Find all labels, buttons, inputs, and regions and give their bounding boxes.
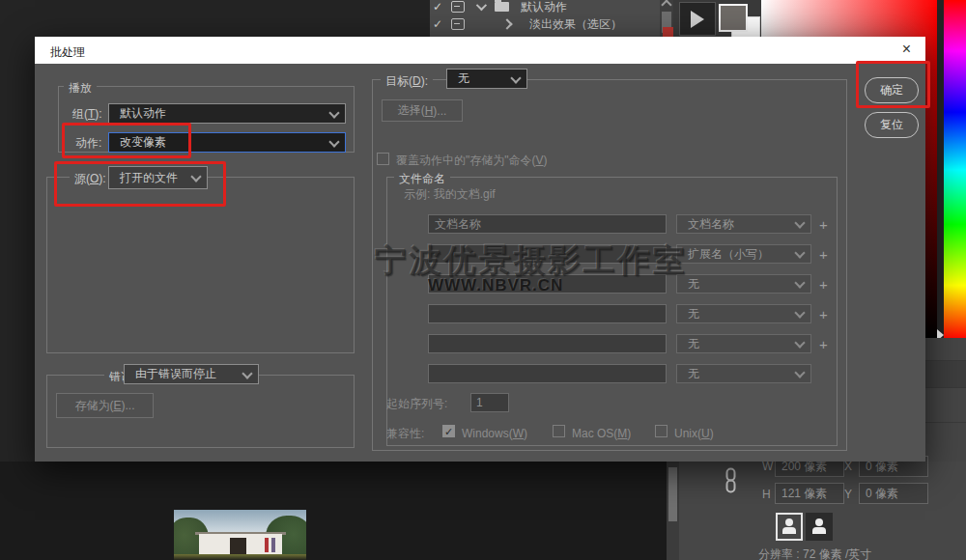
naming-select-3[interactable]: 无 bbox=[676, 274, 811, 294]
close-icon[interactable]: × bbox=[898, 41, 915, 58]
x-label: X bbox=[844, 460, 852, 473]
scrollbar-thumb[interactable] bbox=[668, 467, 677, 521]
naming-select-4-value: 无 bbox=[688, 306, 699, 322]
naming-select-5-value: 无 bbox=[688, 336, 699, 352]
panel-divider bbox=[921, 422, 966, 423]
house-purple-door bbox=[271, 538, 275, 552]
action-item-label[interactable]: 淡出效果（选区） bbox=[529, 18, 622, 30]
house-doorway bbox=[230, 538, 246, 554]
check-icon[interactable]: ✓ bbox=[433, 0, 442, 14]
serial-input[interactable] bbox=[470, 393, 509, 412]
person-icon bbox=[815, 518, 823, 526]
play-action-button[interactable] bbox=[679, 2, 716, 36]
y-field[interactable]: 0 像素 bbox=[859, 483, 928, 504]
chevron-down-icon bbox=[794, 217, 805, 228]
bottom-area: W 200 像素 X 0 像素 H 121 像素 Y 0 像素 分辨率 : 72… bbox=[0, 462, 966, 560]
naming-select-1-value: 文档名称 bbox=[688, 216, 734, 233]
hue-strip[interactable] bbox=[944, 0, 966, 340]
action-row-default-actions[interactable]: ✓ 默认动作 bbox=[430, 0, 673, 15]
compat-macos-checkbox[interactable] bbox=[553, 425, 565, 437]
check-icon[interactable]: ✓ bbox=[433, 17, 442, 31]
chevron-down-icon bbox=[794, 247, 805, 258]
set-select-value: 默认动作 bbox=[120, 105, 166, 122]
orientation-portrait-button[interactable] bbox=[776, 513, 803, 541]
naming-select-6[interactable]: 无 bbox=[676, 364, 811, 383]
override-label[interactable]: 覆盖动作中的"存储为"命令(V) bbox=[396, 154, 548, 166]
panel-scrollbar[interactable] bbox=[667, 462, 679, 560]
chevron-right-icon[interactable] bbox=[501, 18, 512, 29]
compat-windows-checkbox[interactable] bbox=[442, 425, 455, 437]
annotation-box-source bbox=[54, 161, 226, 207]
set-select[interactable]: 默认动作 bbox=[108, 103, 346, 124]
override-checkbox[interactable] bbox=[377, 153, 389, 165]
action-row-fade-effect[interactable]: ✓ 淡出效果（选区） bbox=[430, 14, 673, 33]
save-as-button[interactable]: 存储为(E)... bbox=[56, 393, 154, 418]
error-select-value: 由于错误而停止 bbox=[135, 366, 216, 382]
naming-select-1[interactable]: 文档名称 bbox=[676, 214, 811, 234]
chevron-down-icon bbox=[328, 136, 339, 147]
naming-legend: 文件命名 bbox=[394, 171, 450, 187]
choose-button[interactable]: 选择(H)... bbox=[382, 99, 463, 122]
person-icon bbox=[785, 518, 793, 526]
panel-section-band bbox=[921, 360, 966, 388]
naming-input-4[interactable] bbox=[428, 304, 667, 323]
destination-label: 目标(D): bbox=[381, 73, 433, 90]
compat-unix-label[interactable]: Unix(U) bbox=[674, 428, 714, 439]
compat-unix-checkbox[interactable] bbox=[655, 425, 668, 437]
compat-macos-label[interactable]: Mac OS(M) bbox=[572, 428, 631, 439]
naming-select-2[interactable]: 扩展名（小写） bbox=[676, 244, 811, 264]
naming-input-6[interactable] bbox=[428, 364, 667, 383]
chevron-down-icon bbox=[328, 107, 339, 118]
height-field[interactable]: 121 像素 bbox=[775, 483, 844, 504]
add-token-button-1[interactable]: + bbox=[819, 216, 828, 233]
resolution-text: 分辨率 : 72 像素 /英寸 bbox=[758, 546, 871, 560]
link-chain-icon[interactable] bbox=[724, 467, 737, 496]
chevron-down-icon bbox=[794, 367, 805, 378]
watermark-url: WWW.NBVR.CN bbox=[428, 276, 563, 295]
dialog-toggle-icon[interactable] bbox=[451, 1, 465, 13]
compat-label: 兼容性: bbox=[386, 428, 424, 439]
naming-input-5[interactable] bbox=[428, 334, 667, 353]
naming-select-5[interactable]: 无 bbox=[676, 334, 811, 353]
add-token-button-2[interactable]: + bbox=[819, 246, 828, 263]
naming-select-2-value: 扩展名（小写） bbox=[688, 246, 769, 263]
annotation-box-action bbox=[62, 123, 191, 158]
actions-panel: ✓ 默认动作 ✓ 淡出效果（选区） bbox=[430, 0, 673, 37]
error-select[interactable]: 由于错误而停止 bbox=[124, 364, 259, 384]
chevron-down-icon bbox=[794, 307, 805, 318]
screenshot-stage: ✓ 默认动作 ✓ 淡出效果（选区） bbox=[0, 0, 966, 560]
y-label: Y bbox=[844, 488, 852, 501]
naming-select-3-value: 无 bbox=[688, 276, 699, 293]
foreground-color-swatch[interactable] bbox=[719, 4, 748, 32]
naming-input-1[interactable] bbox=[428, 214, 667, 234]
naming-select-6-value: 无 bbox=[688, 366, 699, 382]
folder-icon bbox=[495, 2, 509, 12]
add-token-button-4[interactable]: + bbox=[819, 306, 828, 322]
dialog-title: 批处理 bbox=[50, 44, 85, 61]
chevron-down-icon bbox=[242, 368, 252, 378]
naming-select-4[interactable]: 无 bbox=[676, 304, 811, 323]
dialog-toggle-icon[interactable] bbox=[451, 18, 465, 30]
scroll-up-icon[interactable] bbox=[661, 0, 671, 11]
action-set-label[interactable]: 默认动作 bbox=[521, 1, 567, 13]
right-panel-sliver bbox=[921, 338, 966, 463]
compat-windows-label[interactable]: Windows(W) bbox=[462, 428, 527, 439]
dialog-titlebar[interactable]: 批处理 × bbox=[35, 37, 925, 64]
chevron-down-icon[interactable] bbox=[476, 0, 487, 11]
annotation-box-ok bbox=[856, 61, 930, 108]
play-legend: 播放 bbox=[64, 80, 97, 97]
chevron-down-icon bbox=[794, 337, 805, 348]
dialog-body: 播放 组(T): 默认动作 动作: 改变像素 源(O): 打开的文件 错误(B bbox=[35, 64, 925, 462]
reset-button[interactable]: 复位 bbox=[865, 112, 919, 138]
chevron-down-icon bbox=[794, 277, 805, 288]
orientation-landscape-button[interactable] bbox=[806, 513, 833, 541]
height-label: H bbox=[762, 488, 771, 501]
actions-toolbar bbox=[673, 0, 761, 37]
destination-select[interactable]: 无 bbox=[446, 69, 527, 89]
chevron-down-icon bbox=[510, 72, 521, 83]
add-token-button-5[interactable]: + bbox=[819, 336, 828, 352]
house-ground bbox=[174, 554, 306, 560]
naming-example: 示例: 我的文档.gif bbox=[404, 188, 496, 200]
destination-select-value: 无 bbox=[458, 70, 469, 87]
add-token-button-3[interactable]: + bbox=[819, 276, 828, 293]
